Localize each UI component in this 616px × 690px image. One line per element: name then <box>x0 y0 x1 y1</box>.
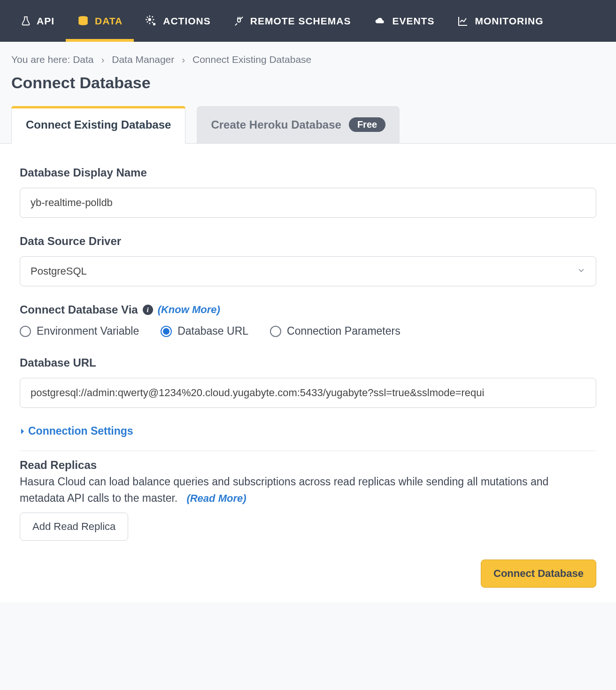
read-replicas-desc: Hasura Cloud can load balance queries an… <box>20 474 596 506</box>
nav-label: REMOTE SCHEMAS <box>250 15 351 27</box>
connect-via-radios: Environment Variable Database URL Connec… <box>20 325 596 337</box>
nav-item-monitoring[interactable]: MONITORING <box>446 0 554 42</box>
top-nav: API DATA ACTIONS REMOTE SCHEMAS EVENTS M… <box>0 0 616 42</box>
driver-label: Data Source Driver <box>20 235 596 248</box>
radio-connection-params[interactable]: Connection Parameters <box>270 325 400 337</box>
flask-icon <box>21 15 31 27</box>
connect-via-label: Connect Database Via i (Know More) <box>20 303 596 316</box>
footer-actions: Connect Database <box>20 560 596 588</box>
add-read-replica-button[interactable]: Add Read Replica <box>20 513 128 541</box>
tab-connect-existing[interactable]: Connect Existing Database <box>11 106 185 144</box>
plug-icon <box>233 15 245 27</box>
free-badge: Free <box>349 117 385 132</box>
chevron-right-icon: › <box>101 54 104 65</box>
chevron-right-icon: › <box>182 54 185 65</box>
page-title: Connect Database <box>0 65 616 106</box>
chart-line-icon <box>457 15 469 27</box>
radio-icon <box>161 326 172 337</box>
breadcrumb-item: Connect Existing Database <box>192 54 311 65</box>
nav-item-actions[interactable]: ACTIONS <box>134 0 222 42</box>
gears-icon <box>145 15 157 27</box>
connection-settings-label: Connection Settings <box>28 425 133 437</box>
db-url-label: Database URL <box>20 356 596 369</box>
radio-icon <box>20 326 31 337</box>
db-url-input[interactable] <box>20 378 596 408</box>
breadcrumb-item[interactable]: Data Manager <box>112 54 174 65</box>
read-replicas-title: Read Replicas <box>20 459 596 472</box>
nav-item-remote-schemas[interactable]: REMOTE SCHEMAS <box>222 0 362 42</box>
know-more-link[interactable]: (Know More) <box>158 304 220 316</box>
radio-icon <box>270 326 281 337</box>
nav-label: DATA <box>95 15 123 27</box>
divider <box>20 451 596 451</box>
content-panel: Database Display Name Data Source Driver… <box>0 144 616 602</box>
svg-point-1 <box>148 18 152 21</box>
tabs: Connect Existing Database Create Heroku … <box>0 106 616 144</box>
breadcrumb: You are here: Data › Data Manager › Conn… <box>0 42 616 65</box>
tab-create-heroku[interactable]: Create Heroku Database Free <box>197 106 400 143</box>
nav-label: MONITORING <box>475 15 543 27</box>
info-icon[interactable]: i <box>143 305 153 315</box>
svg-point-2 <box>153 23 155 25</box>
breadcrumb-item[interactable]: Data <box>73 54 93 65</box>
nav-label: API <box>37 15 54 27</box>
nav-item-api[interactable]: API <box>9 0 66 42</box>
nav-item-data[interactable]: DATA <box>66 0 134 42</box>
breadcrumb-prefix: You are here: <box>11 54 70 65</box>
display-name-label: Database Display Name <box>20 166 596 179</box>
caret-right-icon <box>20 428 25 435</box>
read-more-link[interactable]: (Read More) <box>186 492 246 504</box>
connection-settings-toggle[interactable]: Connection Settings <box>20 425 596 437</box>
cloud-icon <box>373 16 386 26</box>
database-icon <box>77 15 89 27</box>
connect-database-button[interactable]: Connect Database <box>481 560 596 588</box>
radio-env-var[interactable]: Environment Variable <box>20 325 139 337</box>
radio-label: Environment Variable <box>37 325 139 337</box>
nav-label: ACTIONS <box>163 15 211 27</box>
radio-label: Connection Parameters <box>287 325 400 337</box>
nav-item-events[interactable]: EVENTS <box>362 0 446 42</box>
radio-database-url[interactable]: Database URL <box>161 325 248 337</box>
radio-label: Database URL <box>177 325 248 337</box>
driver-select[interactable] <box>20 256 596 286</box>
nav-label: EVENTS <box>392 15 434 27</box>
tab-label: Create Heroku Database <box>211 118 341 131</box>
display-name-input[interactable] <box>20 188 596 218</box>
tab-label: Connect Existing Database <box>26 118 171 131</box>
